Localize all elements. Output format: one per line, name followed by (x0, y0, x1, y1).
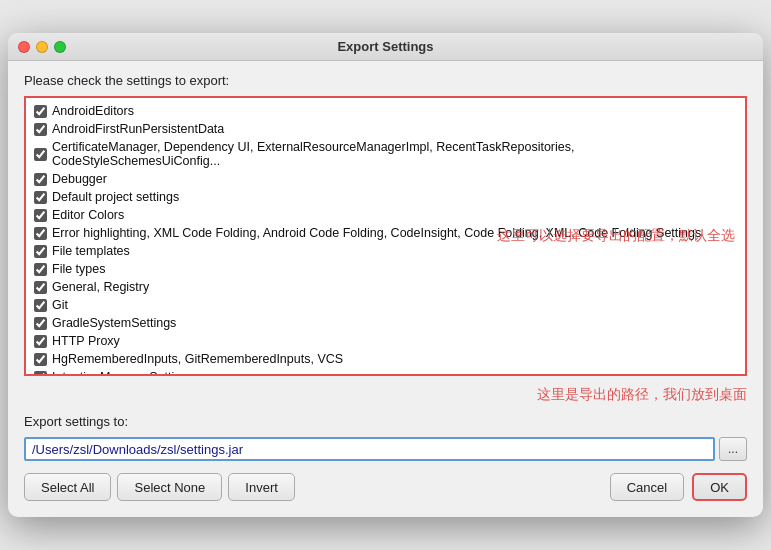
checklist-checkbox[interactable] (34, 371, 47, 377)
list-item[interactable]: AndroidFirstRunPersistentData (26, 120, 745, 138)
instruction-label: Please check the settings to export: (24, 73, 747, 88)
ok-button[interactable]: OK (692, 473, 747, 501)
checklist-checkbox[interactable] (34, 299, 47, 312)
checklist-item-label: File types (52, 262, 106, 276)
invert-button[interactable]: Invert (228, 473, 295, 501)
checklist-item-label: CertificateManager, Dependency UI, Exter… (52, 140, 737, 168)
checklist-item-label: Editor Colors (52, 208, 124, 222)
checklist-item-label: HgRememberedInputs, GitRememberedInputs,… (52, 352, 343, 366)
checklist-checkbox[interactable] (34, 317, 47, 330)
checklist-container[interactable]: AndroidEditorsAndroidFirstRunPersistentD… (24, 96, 747, 376)
titlebar: Export Settings (8, 33, 763, 61)
checklist-checkbox[interactable] (34, 281, 47, 294)
checklist-item-label: AndroidEditors (52, 104, 134, 118)
export-settings-window: Export Settings Please check the setting… (8, 33, 763, 517)
list-item[interactable]: IntentionManagerSettings (26, 368, 745, 376)
right-buttons: Cancel OK (610, 473, 747, 501)
cancel-button[interactable]: Cancel (610, 473, 684, 501)
window-title: Export Settings (337, 39, 433, 54)
list-item[interactable]: HgRememberedInputs, GitRememberedInputs,… (26, 350, 745, 368)
list-item[interactable]: Default project settings (26, 188, 745, 206)
list-item[interactable]: AndroidEditors (26, 102, 745, 120)
checklist-checkbox[interactable] (34, 227, 47, 240)
list-item[interactable]: HTTP Proxy (26, 332, 745, 350)
select-none-button[interactable]: Select None (117, 473, 222, 501)
list-item[interactable]: File types (26, 260, 745, 278)
checklist-checkbox[interactable] (34, 191, 47, 204)
export-path-label: Export settings to: (24, 414, 747, 429)
checklist-item-label: Error highlighting, XML Code Folding, An… (52, 226, 701, 240)
checklist-item-label: File templates (52, 244, 130, 258)
checklist-item-label: IntentionManagerSettings (52, 370, 194, 376)
left-buttons: Select All Select None Invert (24, 473, 295, 501)
checklist-item-label: HTTP Proxy (52, 334, 120, 348)
checklist-checkbox[interactable] (34, 209, 47, 222)
list-item[interactable]: GradleSystemSettings (26, 314, 745, 332)
checklist-checkbox[interactable] (34, 263, 47, 276)
checklist-item-label: Git (52, 298, 68, 312)
list-item[interactable]: Error highlighting, XML Code Folding, An… (26, 224, 745, 242)
export-path-input[interactable] (24, 437, 715, 461)
checklist-checkbox[interactable] (34, 353, 47, 366)
list-item[interactable]: Debugger (26, 170, 745, 188)
select-all-button[interactable]: Select All (24, 473, 111, 501)
close-button[interactable] (18, 41, 30, 53)
list-item[interactable]: File templates (26, 242, 745, 260)
checklist-wrapper: AndroidEditorsAndroidFirstRunPersistentD… (24, 96, 747, 376)
bottom-row: Select All Select None Invert Cancel OK (24, 473, 747, 505)
checklist-checkbox[interactable] (34, 123, 47, 136)
checklist-checkbox[interactable] (34, 105, 47, 118)
maximize-button[interactable] (54, 41, 66, 53)
checklist-checkbox[interactable] (34, 245, 47, 258)
list-item[interactable]: Editor Colors (26, 206, 745, 224)
checklist-item-label: GradleSystemSettings (52, 316, 176, 330)
main-content: Please check the settings to export: And… (8, 61, 763, 517)
titlebar-buttons (18, 41, 66, 53)
checklist-item-label: Default project settings (52, 190, 179, 204)
checklist-checkbox[interactable] (34, 335, 47, 348)
list-item[interactable]: CertificateManager, Dependency UI, Exter… (26, 138, 745, 170)
path-annotation: 这里是导出的路径，我们放到桌面 (24, 386, 747, 404)
checklist-item-label: General, Registry (52, 280, 149, 294)
checklist-checkbox[interactable] (34, 148, 47, 161)
minimize-button[interactable] (36, 41, 48, 53)
checklist-checkbox[interactable] (34, 173, 47, 186)
checklist-item-label: Debugger (52, 172, 107, 186)
checklist-item-label: AndroidFirstRunPersistentData (52, 122, 224, 136)
list-item[interactable]: General, Registry (26, 278, 745, 296)
export-path-row: ... (24, 437, 747, 461)
list-item[interactable]: Git (26, 296, 745, 314)
browse-button[interactable]: ... (719, 437, 747, 461)
